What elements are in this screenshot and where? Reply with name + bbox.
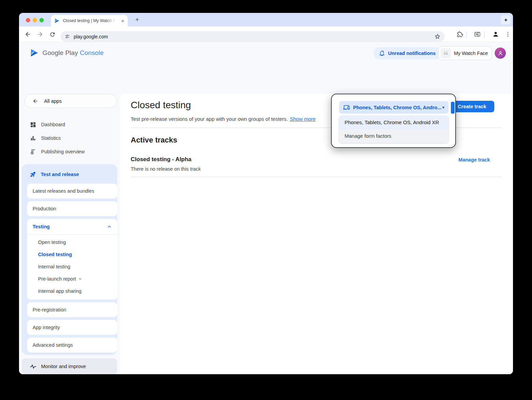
unread-notifications-label: Unread notifications (388, 51, 436, 56)
site-settings-icon[interactable] (65, 34, 70, 39)
sidebar-item-app-integrity[interactable]: App integrity (27, 320, 117, 335)
publishing-overview-icon (30, 149, 36, 155)
sidebar-item-publishing-overview[interactable]: Publishing overview (24, 145, 117, 158)
sidebar-item-label: Statistics (41, 135, 61, 141)
statistics-icon (30, 135, 36, 141)
back-button[interactable] (24, 30, 32, 38)
sidebar-item-label: Publishing overview (41, 149, 85, 154)
form-factor-select[interactable]: Phones, Tablets, Chrome OS, Andro... ▾ (339, 101, 448, 114)
profile-person-icon (492, 31, 499, 38)
sidebar-item-label: Dashboard (41, 122, 65, 127)
sidebar-item-advanced-settings[interactable]: Advanced settings (27, 338, 117, 353)
menu-item-manage-form-factors[interactable]: Manage form factors (339, 129, 448, 143)
profile-button[interactable] (492, 30, 500, 38)
bookmark-star-icon[interactable] (434, 33, 441, 40)
form-factor-menu: Phones, Tablets, Chrome OS, Android XR M… (339, 116, 448, 143)
side-panel-search-icon (474, 31, 481, 38)
page-title: Closed testing (131, 100, 191, 111)
sparkle-icon (503, 18, 508, 22)
sidebar-testing-card: Testing Open testing Closed testing Inte… (27, 219, 117, 300)
manage-track-link[interactable]: Manage track (458, 157, 490, 163)
app-switcher-button[interactable]: My Watch Face (438, 46, 492, 60)
sidebar-item-internal-testing[interactable]: Internal testing (27, 261, 117, 273)
tab-strip: Closed testing | My Watch Fac × + (19, 13, 513, 26)
forward-button[interactable] (36, 30, 44, 38)
sidebar-item-label: Pre-registration (33, 307, 66, 312)
dashboard-icon (30, 121, 36, 128)
sidebar-item-label: Internal app sharing (38, 288, 81, 294)
form-factor-select-label: Phones, Tablets, Chrome OS, Andro... (353, 105, 441, 110)
minimize-window-button[interactable] (33, 18, 37, 22)
page-description: Test pre-release versions of your app wi… (131, 116, 316, 122)
address-bar[interactable]: play.google.com (60, 31, 445, 42)
track-status: There is no release on this track (131, 166, 201, 172)
reload-icon (49, 31, 56, 38)
close-window-button[interactable] (26, 18, 30, 22)
sidebar-item-testing[interactable]: Testing (27, 219, 117, 234)
browser-window: Closed testing | My Watch Fac × + play.g… (19, 13, 513, 374)
avatar-person-icon (497, 50, 503, 56)
google-play-logo-icon (30, 48, 39, 57)
dropdown-caret-icon: ▾ (442, 105, 444, 110)
sparkle-button[interactable] (501, 15, 511, 24)
menu-item-phones-tablets[interactable]: Phones, Tablets, Chrome OS, Android XR (339, 116, 448, 129)
logo-text-google-play: Google Play (42, 49, 78, 56)
back-arrow-icon (24, 31, 31, 38)
sidebar-item-closed-testing[interactable]: Closed testing (27, 248, 117, 261)
sidebar-item-latest-releases[interactable]: Latest releases and bundles (27, 184, 117, 198)
reload-button[interactable] (48, 30, 56, 38)
puzzle-icon (457, 31, 463, 38)
play-console-logo[interactable]: Google Play Console (30, 48, 104, 57)
rocket-icon (30, 171, 36, 177)
sidebar-item-test-and-release[interactable]: Test and release (22, 168, 117, 180)
browser-tab[interactable]: Closed testing | My Watch Fac × (51, 15, 128, 26)
unread-notifications-button[interactable]: Unread notifications (373, 47, 441, 59)
active-tracks-title: Active tracks (131, 136, 177, 145)
play-console-favicon (54, 18, 60, 23)
android-icon (443, 50, 449, 56)
sidebar-item-label: Closed testing (38, 252, 72, 257)
sidebar-item-label: Test and release (41, 172, 79, 177)
track-name: Closed testing - Alpha (131, 156, 191, 163)
extensions-button[interactable] (456, 30, 464, 38)
all-apps-label: All apps (44, 98, 62, 104)
current-app-name: My Watch Face (454, 51, 488, 56)
tab-close-icon[interactable]: × (121, 18, 124, 23)
new-tab-button[interactable]: + (133, 16, 141, 24)
sidebar-item-label: Latest releases and bundles (33, 188, 94, 194)
chevron-up-icon (107, 224, 112, 229)
zoom-window-button[interactable] (39, 18, 44, 22)
back-arrow-icon (32, 98, 38, 104)
screenshot-stage: Closed testing | My Watch Fac × + play.g… (0, 0, 532, 400)
sidebar-item-label: Monitor and improve (41, 364, 86, 369)
account-avatar[interactable] (495, 47, 506, 59)
forward-arrow-icon (37, 31, 43, 38)
show-more-link[interactable]: Show more (290, 116, 316, 122)
sidebar-item-production[interactable]: Production (27, 201, 117, 216)
sidebar-item-label: Production (33, 206, 56, 211)
url-text: play.google.com (74, 34, 108, 39)
sidebar-item-label: Pre-launch report (38, 276, 76, 282)
sidebar-item-statistics[interactable]: Statistics (24, 131, 117, 145)
chevron-down-icon (78, 277, 82, 281)
sidebar-item-open-testing[interactable]: Open testing (27, 236, 117, 248)
sidebar-item-label: App integrity (33, 325, 60, 330)
sidebar-item-label: Open testing (38, 240, 66, 245)
sidebar-item-internal-app-sharing[interactable]: Internal app sharing (27, 285, 117, 297)
create-track-button[interactable]: Create track (450, 101, 494, 112)
logo-text-console: Console (80, 49, 104, 56)
description-text: Test pre-release versions of your app wi… (131, 116, 288, 122)
sidebar-item-label: Advanced settings (33, 342, 73, 348)
sidebar-item-label: Internal testing (38, 264, 70, 269)
sidebar-item-pre-launch-report[interactable]: Pre-launch report (27, 273, 117, 285)
monitor-pulse-icon (30, 363, 36, 370)
browser-menu-button[interactable] (504, 30, 512, 38)
divider (131, 177, 502, 177)
sidebar-item-pre-registration[interactable]: Pre-registration (27, 302, 117, 317)
sidebar-item-dashboard[interactable]: Dashboard (24, 118, 117, 131)
kebab-menu-icon (505, 31, 511, 37)
sidebar-item-monitor-and-improve[interactable]: Monitor and improve (22, 358, 117, 374)
all-apps-button[interactable]: All apps (24, 94, 117, 108)
play-console-app: Google Play Console Unread notifications… (19, 42, 513, 374)
side-panel-button[interactable] (473, 30, 481, 38)
